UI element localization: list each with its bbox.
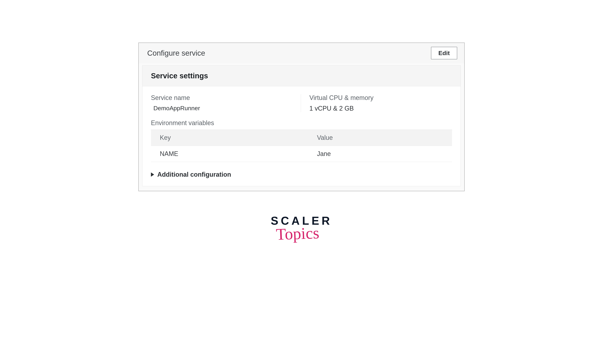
env-row-key: NAME xyxy=(151,146,308,162)
table-row: NAME Jane xyxy=(151,146,452,162)
cpu-memory-label: Virtual CPU & memory xyxy=(310,94,452,101)
cpu-memory-field: Virtual CPU & memory 1 vCPU & 2 GB xyxy=(301,94,452,112)
service-settings-panel: Service settings Service name DemoAppRun… xyxy=(142,65,461,186)
cpu-memory-value: 1 vCPU & 2 GB xyxy=(310,105,452,112)
service-name-value: DemoAppRunner xyxy=(151,105,294,112)
panel-header: Configure service Edit xyxy=(139,43,464,63)
service-settings-title: Service settings xyxy=(151,72,452,80)
env-col-key: Key xyxy=(151,130,308,146)
panel-title: Configure service xyxy=(147,49,205,57)
settings-row: Service name DemoAppRunner Virtual CPU &… xyxy=(142,86,461,119)
service-settings-header: Service settings xyxy=(142,66,461,86)
additional-configuration-label: Additional configuration xyxy=(157,171,231,178)
environment-variables-heading: Environment variables xyxy=(151,119,452,127)
additional-configuration-toggle[interactable]: Additional configuration xyxy=(142,164,461,186)
edit-button[interactable]: Edit xyxy=(431,47,457,59)
environment-variables-table: Key Value NAME Jane xyxy=(151,130,452,162)
service-name-field: Service name DemoAppRunner xyxy=(151,94,301,112)
configure-service-panel: Configure service Edit Service settings … xyxy=(138,43,465,191)
caret-right-icon xyxy=(151,172,154,177)
service-name-label: Service name xyxy=(151,94,294,101)
brand-logo: SCALER Topics xyxy=(138,214,465,243)
environment-variables-block: Environment variables Key Value NAME Jan… xyxy=(142,119,461,164)
env-col-value: Value xyxy=(308,130,452,146)
env-table-header-row: Key Value xyxy=(151,130,452,146)
env-row-value: Jane xyxy=(308,146,452,162)
